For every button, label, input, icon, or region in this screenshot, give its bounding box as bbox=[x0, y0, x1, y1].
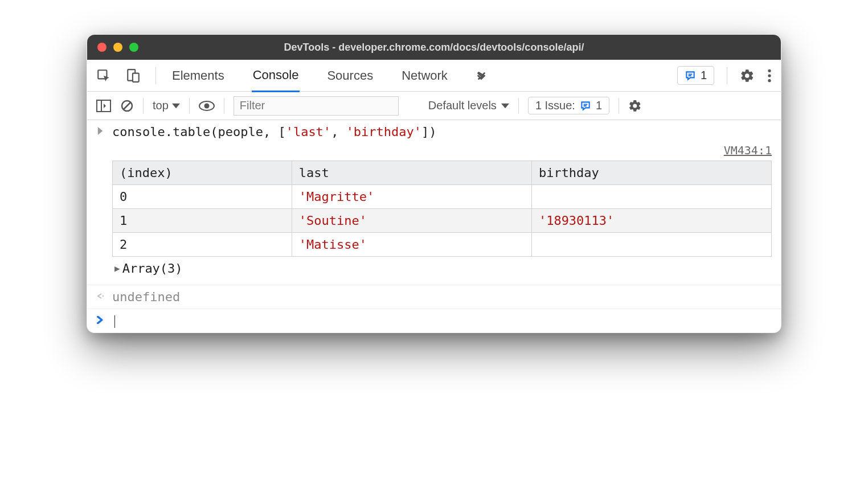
message-icon bbox=[580, 100, 591, 112]
table-header-row: (index) last birthday bbox=[113, 161, 772, 185]
console-table: (index) last birthday 0 'Magritte' 1 'So… bbox=[112, 161, 772, 257]
cell-last: 'Magritte' bbox=[292, 185, 531, 209]
return-value: undefined bbox=[112, 290, 772, 304]
kebab-menu-icon[interactable] bbox=[767, 68, 772, 83]
cell-index: 2 bbox=[113, 233, 292, 257]
console-output: VM434:1 (index) last birthday 0 'Magritt… bbox=[87, 143, 781, 285]
cell-birthday bbox=[531, 185, 771, 209]
tab-sources[interactable]: Sources bbox=[326, 60, 374, 91]
cell-birthday: '18930113' bbox=[531, 209, 771, 233]
divider bbox=[224, 98, 224, 114]
zoom-window-button[interactable] bbox=[129, 43, 138, 52]
cell-last: 'Matisse' bbox=[292, 233, 531, 257]
divider bbox=[619, 98, 619, 114]
col-index[interactable]: (index) bbox=[113, 161, 292, 185]
titlebar: DevTools - developer.chrome.com/docs/dev… bbox=[87, 35, 781, 60]
return-arrow-icon bbox=[96, 290, 112, 300]
console-sidebar-toggle-icon[interactable] bbox=[96, 100, 111, 112]
svg-rect-2 bbox=[133, 73, 139, 81]
message-icon bbox=[685, 70, 696, 81]
inspect-element-icon[interactable] bbox=[96, 68, 111, 83]
code-text: console.table(people, [ bbox=[112, 125, 286, 139]
svg-point-7 bbox=[768, 79, 771, 82]
console-prompt-input[interactable] bbox=[112, 314, 772, 328]
issues-label: 1 Issue: bbox=[535, 99, 575, 112]
col-last[interactable]: last bbox=[292, 161, 531, 185]
cell-index: 0 bbox=[113, 185, 292, 209]
chevron-down-icon bbox=[501, 102, 509, 110]
tab-console[interactable]: Console bbox=[252, 60, 300, 92]
svg-point-16 bbox=[103, 295, 104, 297]
source-link[interactable]: VM434:1 bbox=[112, 143, 772, 161]
code-string: 'last' bbox=[286, 125, 331, 139]
table-row: 2 'Matisse' bbox=[113, 233, 772, 257]
issues-count: 1 bbox=[701, 69, 707, 82]
console-settings-icon[interactable] bbox=[628, 99, 642, 113]
table-row: 0 'Magritte' bbox=[113, 185, 772, 209]
divider bbox=[518, 98, 519, 114]
svg-point-6 bbox=[768, 74, 771, 77]
svg-point-13 bbox=[204, 103, 209, 108]
device-toolbar-icon[interactable] bbox=[126, 68, 141, 83]
issues-count: 1 bbox=[596, 99, 602, 112]
console-input-row: console.table(people, ['last', 'birthday… bbox=[87, 120, 781, 143]
more-tabs-icon[interactable] bbox=[475, 69, 488, 82]
issues-indicator[interactable]: 1 bbox=[677, 66, 714, 85]
console-body: console.table(people, ['last', 'birthday… bbox=[87, 120, 781, 332]
text-caret bbox=[114, 315, 115, 328]
expand-triangle-icon: ▶ bbox=[114, 263, 120, 274]
execution-context-selector[interactable]: top bbox=[153, 99, 180, 112]
console-prompt-row[interactable] bbox=[87, 309, 781, 332]
issues-button[interactable]: 1 Issue: 1 bbox=[528, 97, 609, 114]
filter-text-field[interactable] bbox=[240, 99, 392, 112]
svg-line-11 bbox=[124, 102, 130, 109]
panel-tabs: Elements Console Sources Network bbox=[171, 60, 488, 91]
prompt-chevron-icon bbox=[96, 314, 112, 324]
cell-birthday bbox=[531, 233, 771, 257]
input-chevron-icon bbox=[96, 125, 112, 135]
filter-input[interactable] bbox=[234, 96, 399, 116]
code-string: 'birthday' bbox=[346, 125, 421, 139]
divider bbox=[727, 67, 727, 84]
console-command[interactable]: console.table(people, ['last', 'birthday… bbox=[112, 125, 772, 139]
window-title: DevTools - developer.chrome.com/docs/dev… bbox=[87, 42, 781, 54]
live-expression-icon[interactable] bbox=[199, 101, 215, 111]
levels-label: Default levels bbox=[428, 99, 497, 112]
context-label: top bbox=[153, 99, 169, 112]
cell-index: 1 bbox=[113, 209, 292, 233]
log-levels-selector[interactable]: Default levels bbox=[428, 99, 509, 112]
cell-last: 'Soutine' bbox=[292, 209, 531, 233]
close-window-button[interactable] bbox=[97, 43, 107, 52]
table-row: 1 'Soutine' '18930113' bbox=[113, 209, 772, 233]
divider bbox=[143, 98, 144, 114]
chevron-down-icon bbox=[172, 102, 180, 110]
col-birthday[interactable]: birthday bbox=[531, 161, 771, 185]
code-text: , bbox=[331, 125, 346, 139]
code-text: ]) bbox=[421, 125, 437, 139]
array-expander[interactable]: ▶ Array(3) bbox=[112, 257, 772, 280]
window-controls bbox=[97, 43, 138, 52]
settings-icon[interactable] bbox=[740, 68, 755, 83]
tab-elements[interactable]: Elements bbox=[171, 60, 226, 91]
console-toolbar: top Default levels 1 Issue: bbox=[87, 92, 781, 120]
devtools-tabstrip: Elements Console Sources Network bbox=[87, 60, 781, 92]
minimize-window-button[interactable] bbox=[113, 43, 122, 52]
clear-console-icon[interactable] bbox=[120, 99, 134, 113]
devtools-window: DevTools - developer.chrome.com/docs/dev… bbox=[87, 34, 781, 333]
divider bbox=[189, 98, 190, 114]
tabstrip-right: 1 bbox=[677, 66, 772, 85]
svg-point-5 bbox=[768, 69, 771, 72]
tab-network[interactable]: Network bbox=[400, 60, 449, 91]
console-return-row: undefined bbox=[87, 285, 781, 309]
divider bbox=[155, 67, 156, 84]
array-summary: Array(3) bbox=[122, 261, 183, 276]
